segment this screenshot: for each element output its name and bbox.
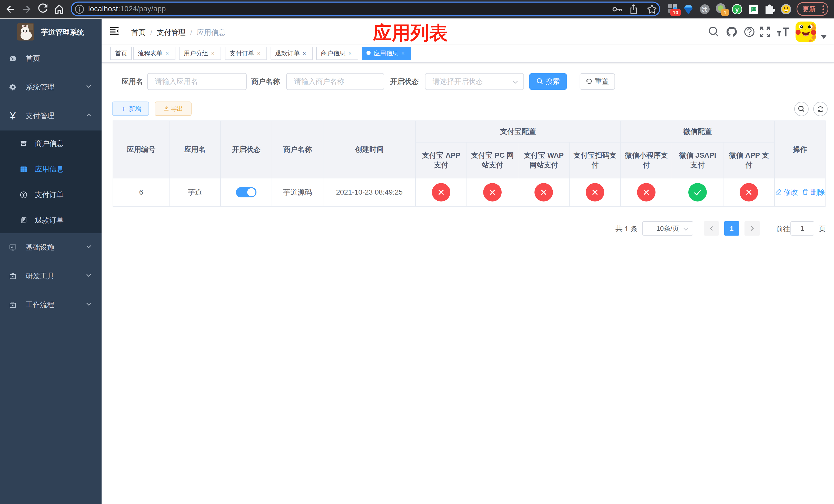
svg-text:⌘: ⌘: [701, 6, 708, 13]
svg-text:y: y: [735, 6, 739, 13]
svg-text:10: 10: [673, 10, 678, 15]
svg-text:1: 1: [723, 10, 726, 15]
